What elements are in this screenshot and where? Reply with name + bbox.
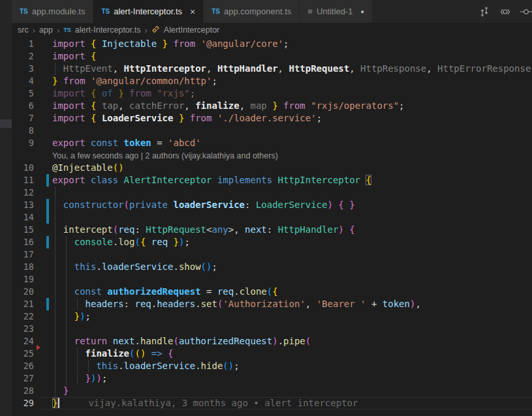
code-line-18[interactable]: 18this.loaderService.show();	[12, 261, 532, 273]
code-line-content[interactable]: import {	[40, 50, 532, 63]
open-changes-icon[interactable]	[478, 6, 490, 18]
line-number[interactable]: 17	[12, 248, 34, 261]
code-line-11[interactable]: 11export class AlertInterceptor implemen…	[12, 174, 532, 186]
line-number[interactable]: 23	[12, 323, 34, 335]
line-number[interactable]: 7	[12, 112, 34, 125]
code-line-content[interactable]: }	[40, 385, 532, 397]
code-line-content[interactable]: import { LoaderService } from './loader.…	[40, 112, 532, 125]
code-line-content[interactable]: @Injectable()	[40, 162, 532, 174]
code-line-24[interactable]: 24return next.handle(authorizedRequest).…	[12, 335, 532, 348]
line-number[interactable]: 13	[12, 199, 34, 211]
breadcrumb-item-app[interactable]: app	[39, 25, 53, 35]
line-number[interactable]: 19	[12, 273, 34, 286]
code-line-1[interactable]: 1import { Injectable } from '@angular/co…	[12, 38, 532, 50]
line-number[interactable]: 8	[12, 125, 34, 137]
code-line-14[interactable]: 14	[12, 211, 532, 224]
code-line-2[interactable]: 2import {	[12, 50, 532, 63]
line-number[interactable]: 15	[12, 224, 34, 236]
code-line-content[interactable]	[40, 273, 532, 286]
code-line-content[interactable]: console.log({ req });	[40, 236, 532, 248]
code-line-content[interactable]: });	[40, 310, 532, 323]
code-line-content[interactable]: finalize(() => {	[40, 348, 532, 360]
code-line-22[interactable]: 22});	[12, 310, 532, 323]
code-line-content[interactable]: import { Injectable } from '@angular/cor…	[40, 38, 532, 50]
code-line-content[interactable]: export class AlertInterceptor implements…	[40, 174, 532, 186]
line-number[interactable]: 9	[12, 137, 34, 149]
tab-app-module-ts[interactable]: TSapp.module.ts	[12, 0, 93, 23]
editor-code-area[interactable]: 1import { Injectable } from '@angular/co…	[12, 38, 532, 409]
code-line-29[interactable]: 29}vijay.kalathiya, 3 months ago • alert…	[12, 397, 532, 409]
code-line-25[interactable]: 25finalize(() => {	[12, 348, 532, 360]
tab-untitled-1[interactable]: ≡Untitled-1●	[300, 0, 373, 23]
line-number[interactable]: 18	[12, 261, 34, 273]
close-icon[interactable]: ×	[190, 7, 195, 17]
code-line-content[interactable]	[40, 323, 532, 335]
code-line-content[interactable]	[40, 211, 532, 224]
tab-app-component-ts[interactable]: TSapp.component.ts	[204, 0, 300, 23]
line-number[interactable]: 28	[12, 385, 34, 397]
line-number[interactable]: 16	[12, 236, 34, 248]
line-number[interactable]: 24	[12, 335, 34, 348]
code-line-15[interactable]: 15intercept(req: HttpRequest<any>, next:…	[12, 224, 532, 236]
code-line-content[interactable]: HttpEvent, HttpInterceptor, HttpHandler,…	[40, 63, 532, 75]
code-line-content[interactable]: import { tap, catchError, finalize, map …	[40, 100, 532, 112]
line-number[interactable]: 20	[12, 286, 34, 298]
line-number[interactable]: 12	[12, 186, 34, 199]
code-line-12[interactable]: 12	[12, 186, 532, 199]
code-line-4[interactable]: 4} from '@angular/common/http';	[12, 75, 532, 87]
code-line-7[interactable]: 7import { LoaderService } from './loader…	[12, 112, 532, 125]
code-line-content[interactable]	[40, 186, 532, 199]
line-number[interactable]: 2	[12, 50, 34, 63]
breadcrumb-item-symbol[interactable]: AlertInterceptor	[164, 25, 219, 35]
code-line-content[interactable]: const authorizedRequest = req.clone({	[40, 286, 532, 298]
code-line-26[interactable]: 26this.loaderService.hide();	[12, 360, 532, 372]
code-line-8[interactable]: 8	[12, 125, 532, 137]
code-line-content[interactable]: return next.handle(authorizedRequest).pi…	[40, 335, 532, 348]
code-line-23[interactable]: 23	[12, 323, 532, 335]
breadcrumb-item-src[interactable]: src	[18, 25, 29, 35]
line-number[interactable]: 5	[12, 87, 34, 100]
code-line-content[interactable]: headers: req.headers.set('Authorization'…	[40, 298, 532, 310]
line-number[interactable]: 6	[12, 100, 34, 112]
code-line-content[interactable]: } from '@angular/common/http';	[40, 75, 532, 87]
code-line-16[interactable]: 16console.log({ req });	[12, 236, 532, 248]
code-line-17[interactable]: 17	[12, 248, 532, 261]
open-preview-icon[interactable]	[499, 6, 511, 18]
code-line-20[interactable]: 20const authorizedRequest = req.clone({	[12, 286, 532, 298]
code-line-content[interactable]: }vijay.kalathiya, 3 months ago • alert i…	[40, 397, 532, 409]
line-number[interactable]: 21	[12, 298, 34, 310]
code-line-5[interactable]: 5import { of } from "rxjs";	[12, 87, 532, 100]
code-line-content[interactable]: import { of } from "rxjs";	[40, 87, 532, 100]
breadcrumb-item-file[interactable]: alert-Interceptor.ts	[75, 25, 141, 35]
line-number[interactable]: 22	[12, 310, 34, 323]
line-number[interactable]: 4	[12, 75, 34, 87]
commit-icon[interactable]	[520, 6, 532, 18]
code-line-10[interactable]: 10@Injectable()	[12, 162, 532, 174]
line-number[interactable]: 3	[12, 63, 34, 75]
line-number[interactable]: 26	[12, 360, 34, 372]
code-line-content[interactable]	[40, 125, 532, 137]
code-line-content[interactable]: constructor(private loaderService: Loade…	[40, 199, 532, 211]
line-number[interactable]: 29	[12, 397, 34, 409]
code-line-28[interactable]: 28}	[12, 385, 532, 397]
line-number[interactable]: 14	[12, 211, 34, 224]
line-number[interactable]: 10	[12, 162, 34, 174]
line-number[interactable]: 1	[12, 38, 34, 50]
code-line-6[interactable]: 6import { tap, catchError, finalize, map…	[12, 100, 532, 112]
line-number[interactable]: 25	[12, 348, 34, 360]
line-number[interactable]: 27	[12, 372, 34, 385]
code-line-19[interactable]: 19	[12, 273, 532, 286]
code-line-21[interactable]: 21headers: req.headers.set('Authorizatio…	[12, 298, 532, 310]
code-line-content[interactable]	[40, 248, 532, 261]
code-line-9[interactable]: 9export const token = 'abcd'	[12, 137, 532, 149]
tab-alert-interceptor-ts[interactable]: TSalert-Interceptor.ts×	[93, 0, 204, 23]
code-line-27[interactable]: 27}));	[12, 372, 532, 385]
code-line-content[interactable]: this.loaderService.hide();	[40, 360, 532, 372]
code-line-13[interactable]: 13constructor(private loaderService: Loa…	[12, 199, 532, 211]
code-line-content[interactable]: }));	[40, 372, 532, 385]
code-line-content[interactable]: export const token = 'abcd'	[40, 137, 532, 149]
code-line-content[interactable]: this.loaderService.show();	[40, 261, 532, 273]
code-line-content[interactable]: intercept(req: HttpRequest<any>, next: H…	[40, 224, 532, 236]
code-line-3[interactable]: 3HttpEvent, HttpInterceptor, HttpHandler…	[12, 63, 532, 75]
line-number[interactable]: 11	[12, 174, 34, 186]
